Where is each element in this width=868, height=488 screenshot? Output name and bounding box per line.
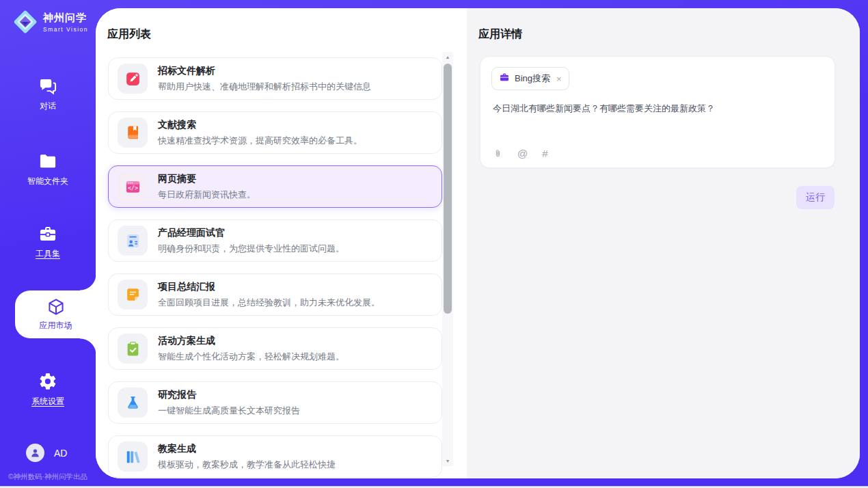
app-card-title: 活动方案生成 xyxy=(158,335,344,347)
app-card-title: 项目总结汇报 xyxy=(158,281,380,293)
brand-subtitle: Smart Vision xyxy=(43,26,88,33)
app-card-0[interactable]: 招标文件解析帮助用户快速、准确地理解和解析招标书中的关键信息 xyxy=(108,57,442,100)
sidebar-item-3[interactable]: 应用市场 xyxy=(15,290,96,338)
app-card-title: 教案生成 xyxy=(158,443,336,455)
toolbox-icon xyxy=(38,224,57,243)
app-card-3[interactable]: 产品经理面试官明确身份和职责，为您提供专业性的面试问题。 xyxy=(108,219,442,262)
app-list-title: 应用列表 xyxy=(107,27,151,42)
sidebar-item-label: 工具集 xyxy=(36,248,60,260)
app-card-desc: 每日政府新闻资讯快查。 xyxy=(158,189,256,201)
sidebar-item-label: 智能文件夹 xyxy=(27,176,68,187)
sidebar-item-2[interactable]: 工具集 xyxy=(0,224,96,260)
app-card-title: 研究报告 xyxy=(158,389,300,401)
scrollbar[interactable]: ▲ ▼ xyxy=(442,52,453,466)
sidebar-item-0[interactable]: 对话 xyxy=(0,77,96,112)
app-card-desc: 模板驱动，教案秒成，教学准备从此轻松快捷 xyxy=(158,459,336,471)
mention-icon[interactable]: @ xyxy=(517,148,528,159)
app-list-pane: 应用列表 招标文件解析帮助用户快速、准确地理解和解析招标书中的关键信息文献搜索快… xyxy=(96,8,467,478)
briefcase-icon xyxy=(499,72,510,85)
tool-tag-label: Bing搜索 xyxy=(515,72,550,85)
edit-doc-icon xyxy=(118,64,148,94)
query-card: Bing搜索 × 今日湖北有哪些新闻要点？有哪些需要关注的最新政策？ @ # xyxy=(480,56,835,168)
sidebar-item-label: 系统设置 xyxy=(31,396,64,407)
user-name: AD xyxy=(54,448,67,459)
query-input[interactable]: 今日湖北有哪些新闻要点？有哪些需要关注的最新政策？ xyxy=(493,102,824,116)
web-code-icon: </> xyxy=(118,172,148,202)
books-icon xyxy=(118,442,148,472)
brand-name: 神州问学 xyxy=(43,12,88,25)
interviewer-icon xyxy=(118,226,148,256)
app-card-desc: 智能生成个性化活动方案，轻松解决规划难题。 xyxy=(158,351,344,363)
svg-text:</>: </> xyxy=(127,185,137,191)
app-card-title: 招标文件解析 xyxy=(158,65,371,77)
brand: 神州问学 Smart Vision xyxy=(12,9,88,35)
app-card-title: 文献搜索 xyxy=(158,119,362,131)
remove-tag-icon[interactable]: × xyxy=(556,74,562,84)
app-card-title: 网页摘要 xyxy=(158,173,256,185)
app-list: 招标文件解析帮助用户快速、准确地理解和解析招标书中的关键信息文献搜索快速精准查找… xyxy=(108,57,442,478)
gear-icon xyxy=(38,372,57,391)
clipboard-check-icon xyxy=(118,334,148,364)
app-card-desc: 明确身份和职责，为您提供专业性的面试问题。 xyxy=(158,243,344,255)
app-detail-pane: 应用详情 Bing搜索 × 今日湖北有哪些新闻要点？有哪些需要关注的最新政策？ xyxy=(467,8,860,478)
sidebar-item-4[interactable]: 系统设置 xyxy=(0,372,96,407)
copyright-footer: ©神州数码·神州问学出品 xyxy=(0,472,96,482)
sidebar: 神州问学 Smart Vision 对话智能文件夹工具集应用市场系统设置 AD … xyxy=(0,0,96,488)
app-card-desc: 全面回顾项目进展，总结经验教训，助力未来优化发展。 xyxy=(158,297,380,309)
note-icon xyxy=(118,280,148,310)
app-card-2[interactable]: </>网页摘要每日政府新闻资讯快查。 xyxy=(108,165,442,208)
app-card-desc: 帮助用户快速、准确地理解和解析招标书中的关键信息 xyxy=(158,81,371,93)
folder-icon xyxy=(38,152,57,171)
user-avatar-icon xyxy=(26,444,44,462)
scroll-up-icon[interactable]: ▲ xyxy=(442,55,453,59)
app-card-desc: 一键智能生成高质量长文本研究报告 xyxy=(158,405,300,417)
user-row[interactable]: AD xyxy=(26,444,67,462)
hash-icon[interactable]: # xyxy=(542,148,547,159)
scrollbar-thumb[interactable] xyxy=(444,64,452,314)
tool-tag[interactable]: Bing搜索 × xyxy=(491,67,569,90)
app-detail-title: 应用详情 xyxy=(478,27,522,42)
run-button[interactable]: 运行 xyxy=(796,186,835,209)
chat-icon xyxy=(38,77,57,96)
sidebar-item-1[interactable]: 智能文件夹 xyxy=(0,152,96,187)
app-card-desc: 快速精准查找学术资源，提高研究效率的必备工具。 xyxy=(158,135,362,147)
attachment-icon[interactable] xyxy=(493,148,503,159)
sidebar-item-label: 应用市场 xyxy=(40,320,72,331)
app-card-6[interactable]: 研究报告一键智能生成高质量长文本研究报告 xyxy=(108,381,442,424)
cube-icon xyxy=(46,297,66,316)
app-card-7[interactable]: 教案生成模板驱动，教案秒成，教学准备从此轻松快捷 xyxy=(108,435,442,478)
main-panel: 应用列表 招标文件解析帮助用户快速、准确地理解和解析招标书中的关键信息文献搜索快… xyxy=(96,8,860,478)
sidebar-item-label: 对话 xyxy=(40,100,56,112)
app-card-4[interactable]: 项目总结汇报全面回顾项目进展，总结经验教训，助力未来优化发展。 xyxy=(108,273,442,316)
scroll-down-icon[interactable]: ▼ xyxy=(442,459,453,463)
app-card-1[interactable]: 文献搜索快速精准查找学术资源，提高研究效率的必备工具。 xyxy=(108,111,442,154)
input-toolbar: @ # xyxy=(493,148,548,159)
app-card-5[interactable]: 活动方案生成智能生成个性化活动方案，轻松解决规划难题。 xyxy=(108,327,442,370)
brand-logo-icon xyxy=(12,9,38,35)
book-icon xyxy=(118,118,148,148)
app-card-title: 产品经理面试官 xyxy=(158,227,344,239)
flask-icon xyxy=(118,388,148,418)
